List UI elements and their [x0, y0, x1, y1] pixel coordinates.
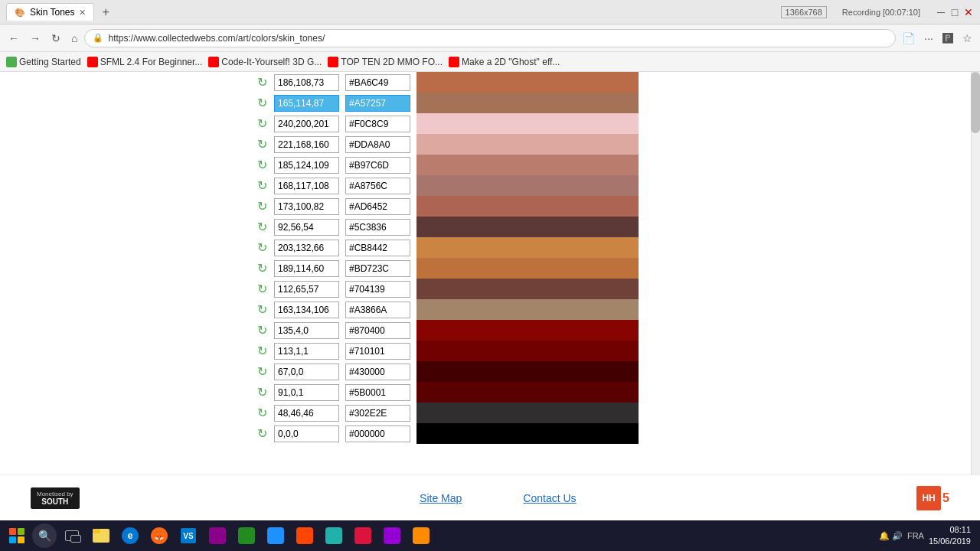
file-explorer-button[interactable] — [87, 522, 115, 549]
hex-input[interactable] — [345, 281, 410, 298]
app8-button[interactable] — [291, 522, 318, 549]
color-rows-container: ↻↻↻↻↻↻↻↻↻↻↻↻↻↻↻↻↻↻ — [253, 72, 971, 444]
minimize-button[interactable]: ─ — [936, 7, 946, 18]
hex-input[interactable] — [345, 384, 410, 401]
rgb-input[interactable] — [274, 74, 339, 91]
rgb-input[interactable] — [274, 198, 339, 215]
hex-input[interactable] — [345, 425, 410, 442]
contact-link[interactable]: Contact Us — [523, 492, 576, 504]
refresh-icon[interactable]: ↻ — [253, 425, 271, 443]
close-button[interactable]: ✕ — [963, 7, 974, 18]
hex-input[interactable] — [345, 116, 410, 132]
address-bar[interactable]: 🔒 https://www.collectedwebs.com/art/colo… — [84, 29, 896, 47]
bookmark-button[interactable]: ☆ — [959, 31, 975, 46]
hex-input[interactable] — [345, 240, 410, 256]
reader-button[interactable]: 📄 — [899, 31, 918, 46]
refresh-icon[interactable]: ↻ — [253, 259, 271, 278]
sitemap-link[interactable]: Site Map — [420, 492, 462, 504]
rgb-input[interactable] — [274, 136, 339, 153]
taskbar-search[interactable]: 🔍 — [32, 523, 57, 548]
page-scrollbar[interactable] — [971, 72, 980, 474]
hex-input[interactable] — [345, 178, 410, 194]
bookmark-ghost[interactable]: Make a 2D "Ghost" eff... — [449, 57, 560, 67]
rgb-input[interactable] — [274, 384, 339, 401]
rgb-input[interactable] — [274, 157, 339, 174]
rgb-input[interactable] — [274, 364, 339, 380]
refresh-icon[interactable]: ↻ — [253, 239, 271, 257]
bookmark-getting-started[interactable]: Getting Started — [6, 57, 81, 67]
refresh-icon[interactable]: ↻ — [253, 363, 271, 381]
back-button[interactable]: ← — [5, 31, 23, 46]
hex-input[interactable] — [345, 198, 410, 215]
refresh-icon[interactable]: ↻ — [253, 115, 271, 133]
refresh-icon[interactable]: ↻ — [253, 156, 271, 174]
hex-input[interactable] — [345, 322, 410, 339]
hex-input[interactable] — [345, 260, 410, 277]
color-row: ↻ — [253, 72, 971, 93]
edge-button[interactable]: e — [116, 522, 144, 549]
hex-input[interactable] — [345, 95, 410, 112]
refresh-icon[interactable]: ↻ — [253, 404, 271, 422]
refresh-icon[interactable]: ↻ — [253, 321, 271, 340]
monetised-label: Monetised by — [37, 491, 74, 497]
refresh-icon[interactable]: ↻ — [253, 94, 271, 112]
hex-input[interactable] — [345, 405, 410, 422]
app9-button[interactable] — [320, 522, 348, 549]
tab-close-button[interactable]: ✕ — [79, 8, 86, 18]
start-button[interactable] — [3, 522, 31, 549]
hex-input[interactable] — [345, 343, 410, 360]
hex-input[interactable] — [345, 74, 410, 91]
refresh-icon[interactable]: ↻ — [253, 197, 271, 216]
refresh-icon[interactable]: ↻ — [253, 342, 271, 360]
rgb-input[interactable] — [274, 322, 339, 339]
more-button[interactable]: ··· — [921, 31, 936, 46]
new-tab-button[interactable]: + — [99, 5, 112, 19]
rgb-input[interactable] — [274, 240, 339, 256]
rgb-input[interactable] — [274, 343, 339, 360]
bookmark-sfml[interactable]: SFML 2.4 For Beginner... — [87, 57, 203, 67]
rgb-input[interactable] — [274, 405, 339, 422]
home-button[interactable]: ⌂ — [67, 31, 81, 46]
resolution-display: 1366x768 — [781, 6, 827, 18]
forward-button[interactable]: → — [26, 31, 44, 46]
color-row: ↻ — [253, 113, 971, 134]
refresh-icon[interactable]: ↻ — [253, 301, 271, 319]
refresh-icon[interactable]: ↻ — [253, 73, 271, 92]
hex-input[interactable] — [345, 219, 410, 236]
rgb-input[interactable] — [274, 95, 339, 112]
refresh-icon[interactable]: ↻ — [253, 177, 271, 195]
rgb-input[interactable] — [274, 425, 339, 442]
app11-button[interactable] — [378, 522, 406, 549]
refresh-icon[interactable]: ↻ — [253, 218, 271, 236]
app5-button[interactable] — [204, 522, 231, 549]
app12-button[interactable] — [407, 522, 435, 549]
rgb-input[interactable] — [274, 260, 339, 277]
task-view-button[interactable] — [58, 522, 86, 549]
app10-button[interactable] — [349, 522, 377, 549]
hex-input[interactable] — [345, 136, 410, 153]
scrollbar-thumb[interactable] — [971, 72, 980, 133]
pocket-button[interactable]: 🅿 — [939, 31, 956, 46]
bookmark-code-it-yourself[interactable]: Code-It-Yourself! 3D G... — [208, 57, 322, 67]
app6-button[interactable] — [233, 522, 260, 549]
refresh-icon[interactable]: ↻ — [253, 383, 271, 402]
color-swatch — [416, 423, 639, 444]
vscode-button[interactable]: VS — [175, 522, 202, 549]
hex-input[interactable] — [345, 302, 410, 318]
rgb-input[interactable] — [274, 281, 339, 298]
refresh-button[interactable]: ↻ — [47, 31, 64, 46]
maximize-button[interactable]: □ — [949, 7, 960, 18]
refresh-icon[interactable]: ↻ — [253, 280, 271, 298]
firefox-button[interactable]: 🦊 — [145, 522, 173, 549]
rgb-input[interactable] — [274, 219, 339, 236]
bookmark-top-ten[interactable]: TOP TEN 2D MMO FO... — [328, 57, 443, 67]
bookmark-label: Code-It-Yourself! 3D G... — [221, 57, 322, 67]
hex-input[interactable] — [345, 364, 410, 380]
app7-button[interactable] — [262, 522, 289, 549]
hex-input[interactable] — [345, 157, 410, 174]
rgb-input[interactable] — [274, 178, 339, 194]
rgb-input[interactable] — [274, 302, 339, 318]
rgb-input[interactable] — [274, 116, 339, 132]
refresh-icon[interactable]: ↻ — [253, 135, 271, 154]
browser-tab[interactable]: 🎨 Skin Tones ✕ — [6, 3, 94, 21]
